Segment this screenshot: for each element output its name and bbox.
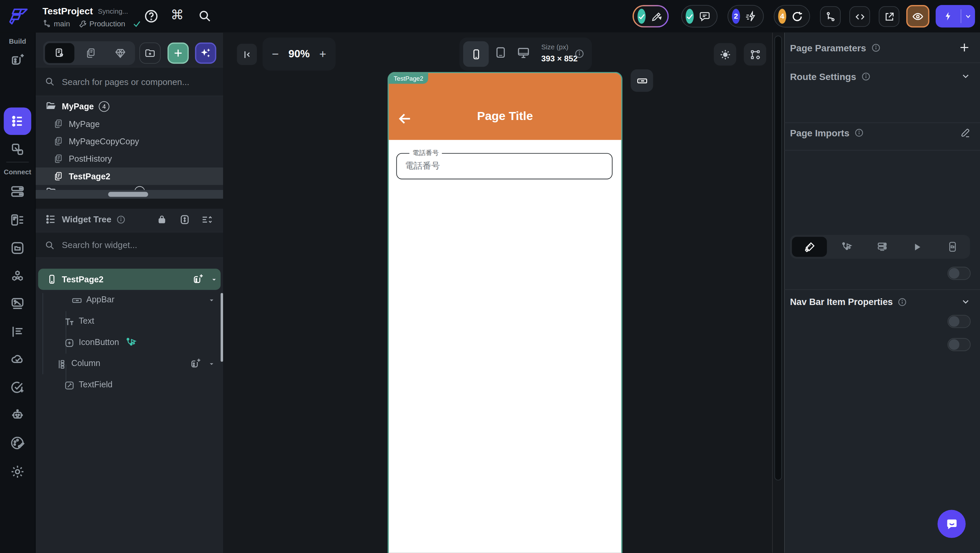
tab-animations[interactable] (900, 235, 935, 259)
add-folder-button[interactable] (139, 42, 161, 64)
tab-actions[interactable] (829, 235, 864, 259)
preview-eye-button[interactable] (906, 5, 929, 27)
collapse-panel-button[interactable] (237, 44, 257, 65)
info-icon[interactable] (854, 128, 864, 137)
tree-node-text[interactable]: Text (36, 311, 224, 332)
cms-nav-icon[interactable] (10, 212, 25, 227)
comments-button[interactable] (681, 5, 718, 27)
add-widget-icon[interactable] (189, 358, 201, 370)
always-show-nav-bar-toggle[interactable] (948, 338, 970, 351)
tab-backend[interactable] (864, 235, 900, 259)
widget-search[interactable]: Search for widget... (36, 232, 224, 258)
integrations-nav-icon[interactable] (10, 269, 25, 284)
tests-nav-icon[interactable] (10, 380, 25, 395)
tree-node-appbar[interactable]: AppBar (36, 290, 224, 311)
nav-bar-properties-header[interactable]: Nav Bar Item Properties (790, 297, 907, 307)
environment-name[interactable]: Production (89, 19, 126, 28)
page-row[interactable]: PostHistory (36, 150, 224, 167)
zoom-out-button[interactable]: − (272, 47, 279, 61)
right-panel-scrollbar[interactable] (773, 32, 784, 553)
branch-name[interactable]: main (54, 19, 70, 28)
tab-pages[interactable] (45, 43, 74, 63)
chevron-down-icon[interactable] (961, 297, 970, 307)
scrollbar-thumb[interactable] (774, 36, 781, 481)
device-desktop-button[interactable] (517, 46, 530, 59)
search-button[interactable] (197, 9, 212, 23)
project-name[interactable]: TestProject (42, 6, 93, 16)
database-nav-icon[interactable] (10, 184, 25, 199)
partial-folder-row[interactable] (36, 185, 224, 190)
edit-pencil-icon[interactable] (960, 127, 970, 138)
canvas-area[interactable]: − 90% + Size (px) 393 × 852 (223, 32, 773, 553)
route-settings-header[interactable]: Route Settings (790, 72, 871, 82)
actions-flow-button[interactable]: 2 (727, 5, 764, 27)
tab-components[interactable] (76, 41, 106, 65)
tree-node-iconbutton[interactable]: IconButton (36, 332, 224, 354)
settings-nav-icon[interactable] (10, 464, 25, 479)
open-external-button[interactable] (879, 6, 899, 27)
scrollbar-thumb[interactable] (108, 192, 148, 197)
design-review-button[interactable] (633, 5, 669, 27)
caret-down-icon[interactable] (208, 297, 215, 304)
device-phone-button[interactable] (463, 41, 489, 67)
phone-textfield[interactable]: 電話番号 電話番号 (396, 153, 612, 180)
chevron-down-icon[interactable] (961, 72, 970, 81)
zoom-level[interactable]: 90% (288, 48, 310, 60)
run-options-chevron-icon[interactable] (961, 12, 975, 20)
page-parameters-header[interactable]: Page Parameters (790, 42, 880, 53)
folder-row[interactable]: MyPage 4 (36, 97, 224, 114)
info-icon[interactable] (898, 297, 907, 306)
ai-generate-page-button[interactable] (195, 42, 216, 64)
phone-preview[interactable]: Page Title TestPage2 電話番号 電話番号 (387, 72, 622, 553)
tab-templates[interactable] (106, 41, 135, 65)
tab-page-files[interactable] (935, 235, 970, 259)
branch-tree-button[interactable] (820, 6, 841, 27)
info-icon[interactable] (861, 72, 871, 81)
tree-root-testpage2[interactable]: TestPage2 (38, 269, 220, 290)
caret-down-icon[interactable] (208, 361, 215, 368)
info-icon[interactable] (116, 215, 126, 224)
action-trigger-icon[interactable] (125, 337, 137, 349)
cloud-functions-nav-icon[interactable] (10, 352, 25, 367)
device-tablet-button[interactable] (495, 46, 507, 59)
disable-resize-toggle[interactable] (948, 267, 970, 280)
tab-design[interactable] (792, 237, 827, 257)
tree-node-textfield[interactable]: TextField (36, 375, 224, 396)
add-widget-icon[interactable] (192, 273, 204, 285)
help-button[interactable] (144, 9, 159, 24)
caret-down-icon[interactable] (211, 276, 218, 283)
light-mode-toggle-button[interactable] (714, 43, 736, 65)
size-value[interactable]: 393 × 852 (541, 54, 578, 63)
media-assets-nav-icon[interactable] (10, 296, 25, 311)
page-row[interactable]: MyPage (36, 115, 224, 132)
run-button[interactable] (935, 5, 975, 27)
page-title-text[interactable]: Page Title (389, 109, 621, 123)
add-page-button[interactable] (167, 42, 189, 64)
ai-agent-nav-icon[interactable] (10, 407, 25, 422)
add-parameter-button[interactable] (958, 41, 970, 54)
page-row-selected[interactable]: TestPage2 (36, 167, 224, 185)
command-menu-button[interactable]: ⌘ (171, 7, 184, 22)
page-row[interactable]: MyPageCopyCopy (36, 132, 224, 150)
page-selector-nav-active[interactable] (4, 107, 31, 135)
pages-horizontal-scrollbar[interactable] (36, 190, 224, 199)
storage-nav-icon[interactable] (10, 241, 25, 256)
flutterflow-logo[interactable] (6, 4, 30, 28)
page-imports-header[interactable]: Page Imports (790, 127, 864, 138)
info-icon[interactable] (574, 49, 584, 59)
add-widget-nav-icon[interactable] (10, 53, 25, 68)
components-nav-icon[interactable] (10, 141, 25, 157)
sync-issues-button[interactable]: 4 (774, 5, 810, 27)
widget-tree-scrollbar[interactable] (221, 293, 223, 362)
info-icon[interactable] (871, 43, 880, 52)
zoom-in-button[interactable]: + (320, 47, 326, 61)
expand-collapse-icon[interactable] (179, 213, 191, 225)
code-view-button[interactable] (849, 6, 870, 27)
selected-widget-chip-appbar[interactable] (630, 69, 653, 92)
tree-node-column[interactable]: Column (36, 354, 224, 375)
page-name-badge[interactable]: TestPage2 (389, 73, 428, 84)
support-chat-button[interactable] (938, 510, 966, 538)
lock-icon[interactable] (156, 214, 168, 225)
theme-nav-icon[interactable] (10, 435, 25, 450)
show-on-nav-bar-toggle[interactable] (948, 315, 970, 328)
